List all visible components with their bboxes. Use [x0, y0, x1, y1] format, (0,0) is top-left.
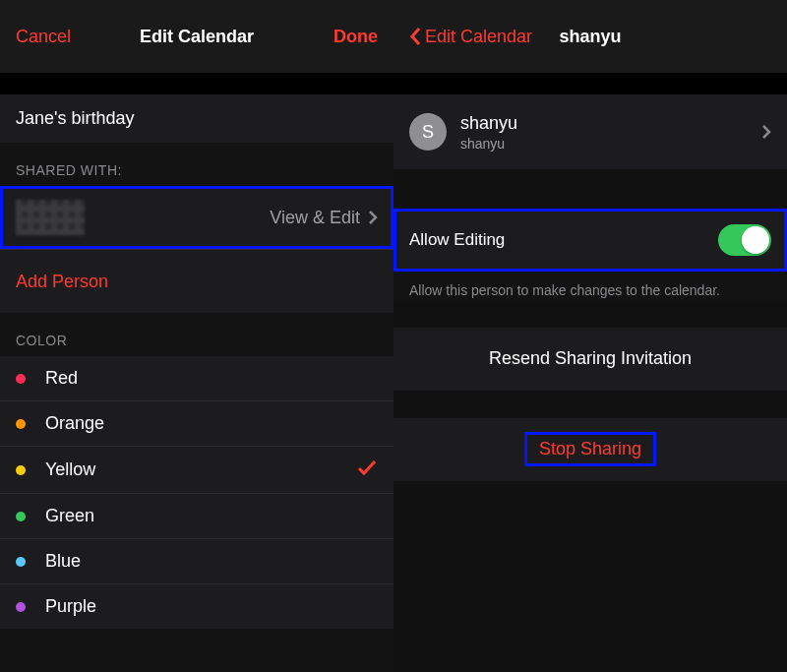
allow-editing-note: Allow this person to make changes to the… [394, 272, 787, 300]
color-option-purple[interactable]: Purple [0, 583, 394, 629]
person-subtitle: shanyu [460, 136, 517, 152]
stop-sharing-row[interactable]: Stop Sharing [394, 418, 787, 481]
swatch-purple [16, 602, 26, 612]
person-name: shanyu [460, 113, 517, 134]
swatch-orange [16, 419, 26, 429]
allow-editing-toggle[interactable] [718, 224, 771, 256]
color-header: COLOR [0, 313, 394, 356]
shared-with-header: SHARED WITH: [0, 143, 394, 186]
person-detail-pane: Edit Calendar shanyu S shanyu shanyu All… [394, 0, 787, 672]
add-person-button[interactable]: Add Person [0, 249, 394, 313]
color-option-yellow[interactable]: Yellow [0, 446, 394, 493]
edit-calendar-pane: Cancel Edit Calendar Done Jane's birthda… [0, 0, 394, 672]
color-option-orange[interactable]: Orange [0, 400, 394, 446]
person-row[interactable]: S shanyu shanyu [394, 94, 787, 169]
shared-person-row[interactable]: View & Edit [0, 186, 394, 249]
swatch-green [16, 512, 26, 521]
add-person-label: Add Person [16, 272, 108, 292]
swatch-blue [16, 557, 26, 567]
color-list: Red Orange Yellow Green Blue [0, 356, 394, 629]
calendar-name-field[interactable]: Jane's birthday [0, 94, 394, 143]
back-button[interactable]: Edit Calendar [409, 27, 532, 47]
allow-editing-label: Allow Editing [409, 230, 505, 250]
cancel-button[interactable]: Cancel [16, 27, 71, 47]
navbar-left: Cancel Edit Calendar Done [0, 0, 394, 73]
chevron-right-icon [368, 210, 378, 225]
chevron-left-icon [409, 27, 421, 46]
navbar-right: Edit Calendar shanyu [394, 0, 787, 73]
done-button[interactable]: Done [333, 27, 378, 47]
allow-editing-row[interactable]: Allow Editing [394, 209, 787, 272]
color-option-blue[interactable]: Blue [0, 538, 394, 583]
color-option-green[interactable]: Green [0, 493, 394, 538]
avatar: S [409, 113, 447, 151]
shared-person-role: View & Edit [270, 208, 360, 228]
chevron-right-icon [761, 124, 771, 140]
stop-sharing-button[interactable]: Stop Sharing [527, 435, 653, 463]
resend-invitation-button[interactable]: Resend Sharing Invitation [394, 328, 787, 391]
swatch-red [16, 374, 26, 384]
color-option-red[interactable]: Red [0, 356, 394, 400]
shared-person-name-obscured [16, 200, 85, 235]
shared-person-accessory: View & Edit [270, 208, 378, 228]
checkmark-icon [356, 458, 378, 481]
swatch-yellow [16, 465, 26, 475]
